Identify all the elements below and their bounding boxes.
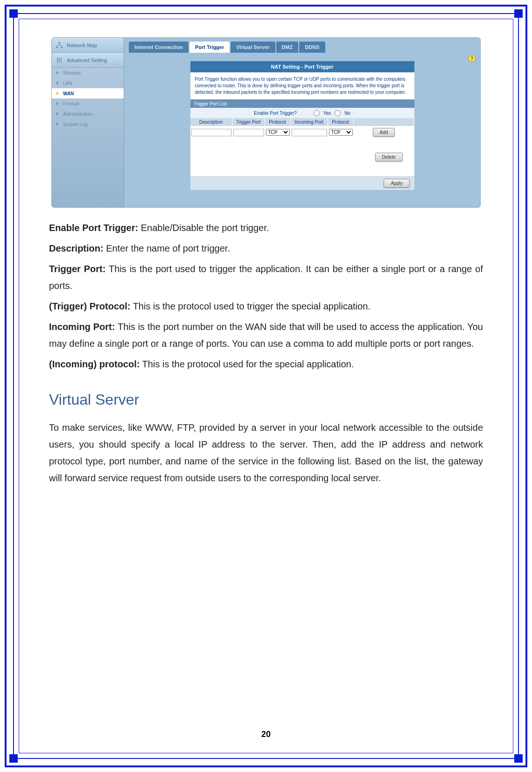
radio-no-label: No [344, 111, 350, 116]
para-trigger-protocol: (Trigger) Protocol: This is the protocol… [49, 298, 483, 315]
tab-row: Internet Connection Port Trigger Virtual… [129, 42, 476, 53]
input-row: TCP TCP Add [190, 126, 414, 139]
radio-yes[interactable] [314, 110, 320, 116]
para-incoming-port: Incoming Port: This is the port number o… [49, 318, 483, 352]
enable-label: Enable Port Trigger? [254, 111, 297, 116]
nav-advanced-label: Advanced Setting [67, 57, 107, 63]
para-description: Description: Enter the name of port trig… [49, 240, 483, 257]
column-headers: Description Trigger Port Protocol Incomi… [190, 118, 414, 126]
menu-wan[interactable]: WAN [52, 88, 124, 98]
nav-network-map[interactable]: Network Map [52, 38, 124, 53]
svg-rect-1 [56, 47, 58, 48]
trigger-port-list-header: Trigger Port List [190, 99, 414, 108]
input-trigger-port[interactable] [233, 129, 264, 136]
heading-virtual-server: Virtual Server [49, 386, 483, 414]
router-screenshot: Network Map Advanced Setting Wireless LA… [51, 37, 481, 208]
enable-row: Enable Port Trigger? Yes No [190, 108, 414, 118]
delete-button[interactable]: Delete [375, 153, 403, 161]
tab-dmz[interactable]: DMZ [276, 42, 299, 53]
menu-firewall[interactable]: Firewall [52, 98, 124, 109]
col-trigger-protocol: Protocol [265, 118, 291, 126]
list-area: Delete [190, 139, 414, 176]
select-incoming-protocol[interactable]: TCP [329, 129, 353, 136]
document-text: Enable Port Trigger: Enable/Disable the … [49, 219, 483, 486]
col-incoming-protocol: Protocol [328, 118, 354, 126]
svg-point-3 [57, 58, 58, 60]
page-number: 20 [28, 730, 504, 739]
apply-row: Apply [190, 176, 414, 190]
menu-system-log[interactable]: System Log [52, 119, 124, 129]
svg-point-5 [61, 58, 62, 59]
nav-advanced-setting[interactable]: Advanced Setting [52, 53, 124, 68]
svg-rect-0 [58, 42, 60, 43]
help-icon[interactable]: ? [468, 55, 476, 62]
col-incoming-port: Incoming Port [291, 118, 328, 126]
settings-box: NAT Setting - Port Trigger Port Trigger … [190, 61, 414, 190]
section-title: NAT Setting - Port Trigger [190, 61, 414, 72]
tab-port-trigger[interactable]: Port Trigger [189, 42, 230, 53]
input-incoming-port[interactable] [292, 129, 327, 136]
menu-lan[interactable]: LAN [52, 78, 124, 88]
tab-virtual-server[interactable]: Virtual Server [231, 42, 275, 53]
para-enable: Enable Port Trigger: Enable/Disable the … [49, 219, 483, 236]
radio-yes-label: Yes [323, 111, 331, 116]
select-trigger-protocol[interactable]: TCP [266, 129, 290, 136]
intro-text: Port Trigger function allows you to open… [190, 72, 414, 99]
nav-panel: Network Map Advanced Setting Wireless LA… [52, 38, 124, 207]
menu-administration[interactable]: Administration [52, 109, 124, 119]
nav-network-map-label: Network Map [67, 42, 97, 48]
svg-rect-2 [61, 47, 63, 48]
network-icon [56, 42, 63, 49]
tab-ddns[interactable]: DDNS [299, 42, 325, 53]
col-description: Description [190, 118, 232, 126]
col-trigger-port: Trigger Port [232, 118, 265, 126]
para-trigger-port: Trigger Port: This is the port used to t… [49, 260, 483, 294]
input-description[interactable] [191, 129, 231, 136]
apply-button[interactable]: Apply [384, 179, 409, 188]
svg-point-4 [59, 60, 60, 62]
menu-wireless[interactable]: Wireless [52, 68, 124, 78]
settings-icon [56, 56, 63, 64]
main-panel: Internet Connection Port Trigger Virtual… [124, 38, 480, 207]
para-virtual-server: To make services, like WWW, FTP, provide… [49, 419, 483, 486]
tab-internet-connection[interactable]: Internet Connection [129, 42, 189, 53]
add-button[interactable]: Add [373, 128, 395, 137]
para-incoming-protocol: (Incoming) protocol: This is the protoco… [49, 356, 483, 372]
radio-no[interactable] [335, 110, 341, 116]
